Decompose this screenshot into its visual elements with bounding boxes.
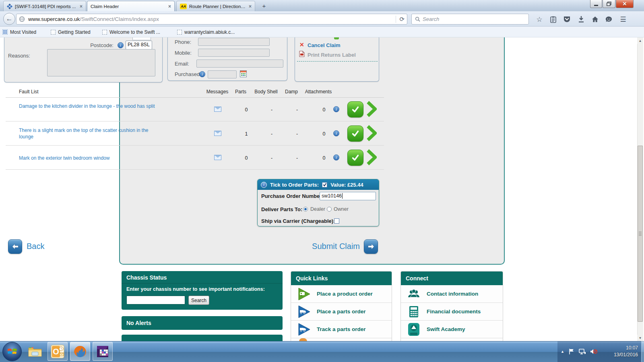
email-label: Email: xyxy=(175,61,189,67)
mobile-input[interactable] xyxy=(198,49,270,57)
taskbar-clock[interactable]: 10:07 13/01/2016 xyxy=(614,345,638,359)
tab-close-icon[interactable]: × xyxy=(249,4,252,9)
back-button[interactable] xyxy=(8,239,22,254)
order-info-icon[interactable]: i xyxy=(261,182,267,188)
link-financial-documents[interactable]: Financial documents xyxy=(401,303,503,321)
home-button[interactable] xyxy=(589,14,601,25)
reload-button[interactable]: ⟳ xyxy=(396,16,405,23)
back-label[interactable]: Back xyxy=(27,242,44,251)
purchased-info-icon[interactable]: i xyxy=(199,71,205,77)
tab-close-icon[interactable]: × xyxy=(80,4,83,9)
fault-info-icon[interactable]: i xyxy=(333,154,339,160)
submit-claim-label[interactable]: Submit Claim xyxy=(303,242,360,251)
link-place-parts-order[interactable]: Place a parts order xyxy=(291,303,392,321)
message-icon[interactable] xyxy=(214,131,221,136)
bookmark-star-button[interactable]: ☆ xyxy=(534,14,545,25)
action-center-flag-icon[interactable] xyxy=(568,348,575,355)
close-button[interactable]: ✕ xyxy=(616,0,634,8)
taskbar-firefox-button[interactable] xyxy=(70,342,90,361)
phone-input[interactable] xyxy=(198,38,270,46)
cut-off-status-icon xyxy=(334,37,339,39)
restore-button[interactable] xyxy=(603,0,615,8)
new-tab-button[interactable]: + xyxy=(259,2,269,10)
po-number-input[interactable]: sw10146 xyxy=(320,192,376,200)
scroll-up-arrow[interactable]: ▲ xyxy=(637,37,643,44)
order-parts-checkbox[interactable] xyxy=(322,182,327,187)
link-track-parts-order[interactable]: Track a parts order xyxy=(291,321,392,338)
chassis-prompt: Enter your chassis number to see importa… xyxy=(122,284,283,292)
taskbar-outlook-button[interactable]: O xyxy=(47,342,68,361)
fault-description-link[interactable]: There is a slight mark on the top of the… xyxy=(19,127,160,140)
approve-check-button[interactable] xyxy=(347,125,363,142)
cancel-x-icon: ✕ xyxy=(299,41,304,48)
tab-route-planner[interactable]: AA Route Planner | Directions, ... × xyxy=(176,1,255,11)
tab-close-icon[interactable]: × xyxy=(168,4,171,9)
print-returns-link[interactable]: Print Returns Label xyxy=(308,52,356,58)
fault-description-link[interactable]: Mark on the exterior twin bedroom window xyxy=(19,155,172,161)
open-fault-arrow[interactable] xyxy=(366,101,377,117)
star-icon: ☆ xyxy=(536,15,542,24)
chassis-search-button[interactable]: Search xyxy=(188,296,209,305)
open-fault-arrow[interactable] xyxy=(366,149,377,165)
ship-carrier-checkbox[interactable] xyxy=(334,218,339,224)
damp-value: - xyxy=(288,155,306,161)
default-favicon-icon xyxy=(51,30,56,35)
link-contact-information[interactable]: Contact information xyxy=(401,285,503,303)
bookmark-welcome-swift[interactable]: Welcome to the Swift ... xyxy=(102,28,160,36)
purple-grid-app-icon xyxy=(96,345,109,358)
link-partial-row xyxy=(401,338,503,341)
deliver-owner-radio[interactable] xyxy=(327,207,332,212)
postcode-input[interactable]: PL28 8SL xyxy=(126,41,152,49)
chassis-number-input[interactable] xyxy=(126,296,185,304)
postcode-info-icon[interactable]: i xyxy=(118,42,124,48)
taskbar-explorer-button[interactable] xyxy=(25,342,45,361)
url-text[interactable]: www.supercare.co.uk/SwiftConnect/Claims/… xyxy=(28,16,159,22)
purchased-input[interactable] xyxy=(208,70,237,78)
bookmark-most-visited[interactable]: Most Visited xyxy=(2,28,36,36)
browser-back-button[interactable]: ← xyxy=(3,13,15,25)
deliver-dealer-radio[interactable] xyxy=(303,207,308,212)
reading-list-button[interactable] xyxy=(547,14,559,25)
fault-description-link[interactable]: Damage to the kitchen divider in the lou… xyxy=(19,103,160,109)
approve-check-button[interactable] xyxy=(347,150,363,166)
hello-button[interactable] xyxy=(603,14,614,25)
link-place-product-order[interactable]: Place a product order xyxy=(291,285,392,303)
minimize-button[interactable] xyxy=(590,0,602,8)
back-arrow-icon: ← xyxy=(6,15,13,23)
approve-check-button[interactable] xyxy=(347,101,363,117)
damp-value: - xyxy=(288,107,306,113)
link-swift-academy[interactable]: Swift Academy xyxy=(401,321,503,338)
tab-jira[interactable]: [SWIFT-10148] PDI reports ... × xyxy=(3,1,86,11)
fault-info-icon[interactable]: i xyxy=(333,130,339,136)
quick-links-title: Quick Links xyxy=(291,272,392,285)
submit-claim-button[interactable] xyxy=(364,239,378,254)
message-icon[interactable] xyxy=(214,155,221,160)
show-desktop-button[interactable] xyxy=(641,341,644,362)
bookmark-getting-started[interactable]: Getting Started xyxy=(51,28,91,36)
reasons-textarea[interactable] xyxy=(47,49,155,76)
connect-title: Connect xyxy=(401,272,503,285)
network-icon[interactable] xyxy=(579,348,586,355)
open-fault-arrow[interactable] xyxy=(366,125,377,141)
connect-panel: Connect Contact information Financial do… xyxy=(400,271,503,341)
volume-muted-icon[interactable] xyxy=(590,348,597,355)
fault-info-icon[interactable]: i xyxy=(333,106,339,112)
message-icon[interactable] xyxy=(214,107,221,112)
taskbar-app-button[interactable] xyxy=(93,342,113,361)
calendar-icon[interactable] xyxy=(240,70,247,77)
search-bar[interactable]: Search xyxy=(411,14,529,25)
email-input[interactable] xyxy=(196,60,283,68)
downloads-button[interactable] xyxy=(576,14,587,25)
tab-claim-header[interactable]: Claim Header × xyxy=(87,1,175,11)
tray-expand-icon[interactable]: ▲ xyxy=(561,350,564,354)
pocket-button[interactable] xyxy=(561,14,572,25)
start-button[interactable] xyxy=(2,342,22,361)
scroll-down-arrow[interactable]: ▼ xyxy=(637,335,643,341)
bookmark-warrantyclaim[interactable]: warrantyclaim.abiuk.c... xyxy=(177,28,235,36)
deliver-dealer-label: Dealer xyxy=(310,206,325,212)
menu-button[interactable]: ☰ xyxy=(617,14,629,25)
url-bar[interactable]: www.supercare.co.uk/SwiftConnect/Claims/… xyxy=(16,14,407,25)
quick-link-label: Track a parts order xyxy=(317,326,366,332)
postcode-label: Postcode: xyxy=(82,42,114,48)
cancel-claim-link[interactable]: Cancel Claim xyxy=(308,42,341,48)
